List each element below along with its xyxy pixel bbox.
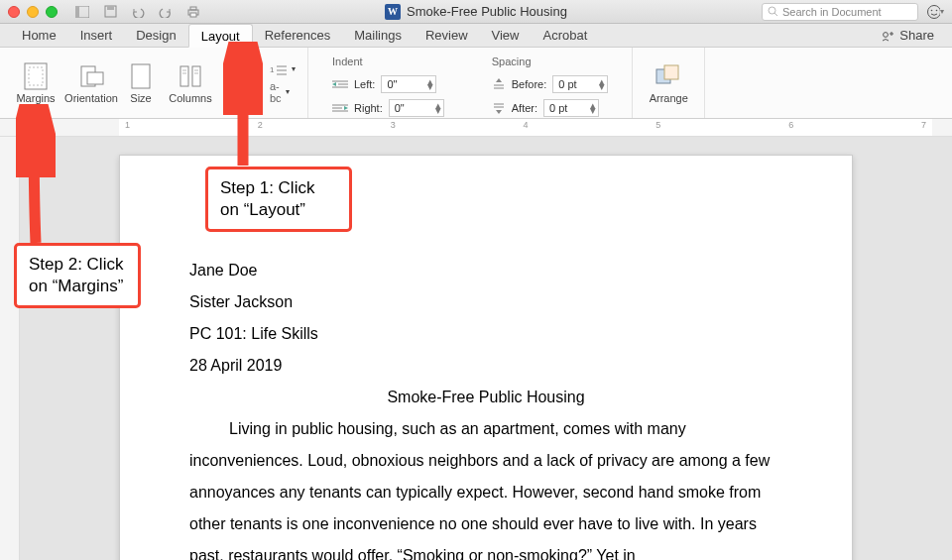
columns-button[interactable]: Columns — [163, 52, 218, 114]
svg-rect-19 — [192, 66, 200, 86]
indent-group-label: Indent — [332, 56, 444, 69]
columns-icon — [177, 62, 204, 90]
svg-point-11 — [936, 9, 938, 11]
svg-rect-6 — [190, 13, 196, 17]
arrange-button[interactable]: Arrange — [641, 52, 696, 114]
undo-button[interactable] — [127, 3, 149, 21]
columns-label: Columns — [169, 92, 211, 104]
stepper-icon: ▴▾ — [590, 103, 596, 113]
spacing-before-label: Before: — [512, 78, 546, 90]
size-button[interactable]: Size — [119, 52, 163, 114]
doc-author: Jane Doe — [189, 255, 782, 286]
stepper-icon: ▴▾ — [599, 79, 605, 89]
spacing-before-input[interactable]: 0 pt▴▾ — [552, 75, 608, 93]
size-icon — [127, 62, 155, 90]
svg-rect-5 — [190, 7, 196, 10]
orientation-button[interactable]: Orientation — [63, 52, 119, 114]
svg-rect-13 — [25, 63, 47, 89]
svg-point-9 — [928, 5, 941, 18]
tab-design[interactable]: Design — [124, 24, 187, 47]
svg-rect-17 — [132, 64, 150, 88]
tab-acrobat[interactable]: Acrobat — [531, 24, 599, 47]
orientation-icon — [77, 62, 105, 90]
annotation-step2: Step 2: Click on “Margins” — [14, 243, 141, 308]
spacing-after-icon — [492, 102, 506, 114]
svg-point-10 — [931, 9, 933, 11]
svg-rect-41 — [664, 65, 678, 79]
margins-icon — [22, 62, 50, 90]
paragraph-group: Indent Left: 0"▴▾ Right: 0"▴▾ Spacing Be… — [308, 48, 633, 118]
save-button[interactable] — [99, 3, 121, 21]
svg-line-8 — [774, 13, 777, 16]
search-placeholder: Search in Document — [782, 6, 882, 18]
indent-right-input[interactable]: 0"▴▾ — [389, 99, 444, 117]
quick-access-toolbar — [71, 3, 204, 21]
spacing-group-label: Spacing — [492, 56, 608, 69]
tab-view[interactable]: View — [480, 24, 532, 47]
share-label: Share — [899, 28, 934, 43]
tab-home[interactable]: Home — [10, 24, 68, 47]
zoom-window-button[interactable] — [46, 6, 58, 18]
document-canvas[interactable]: Jane Doe Sister Jackson PC 101: Life Ski… — [0, 137, 952, 560]
spacing-before-icon — [492, 78, 506, 90]
tab-review[interactable]: Review — [414, 24, 480, 47]
orientation-label: Orientation — [64, 92, 118, 104]
svg-rect-16 — [87, 72, 103, 84]
indent-right-icon — [332, 103, 348, 113]
stepper-icon: ▴▾ — [427, 79, 433, 89]
print-button[interactable] — [182, 3, 204, 21]
svg-rect-18 — [180, 66, 188, 86]
indent-left-icon — [332, 79, 348, 89]
doc-body: Living in public housing, such as an apa… — [189, 413, 782, 560]
tab-references[interactable]: References — [253, 24, 342, 47]
horizontal-ruler[interactable]: 1 2 3 4 5 6 7 — [0, 119, 952, 137]
word-app-icon: W — [385, 4, 401, 20]
document-title: Smoke-Free Public Housing — [407, 4, 567, 19]
annotation-step1: Step 1: Click on “Layout” — [205, 167, 352, 232]
line-numbers-button[interactable]: 1▾ — [270, 62, 296, 76]
doc-date: 28 April 2019 — [189, 350, 782, 382]
spacing-after-label: After: — [512, 102, 537, 114]
size-label: Size — [130, 92, 151, 104]
arrange-icon — [654, 62, 682, 90]
spacing-after-input[interactable]: 0 pt▴▾ — [543, 99, 599, 117]
annotation-arrow-step2 — [16, 104, 56, 248]
annotation-arrow-step1 — [223, 42, 263, 170]
feedback-button[interactable]: ▾ — [926, 3, 944, 21]
doc-title: Smoke-Free Public Housing — [189, 382, 782, 413]
tab-insert[interactable]: Insert — [68, 24, 125, 47]
svg-point-7 — [769, 7, 775, 14]
margins-label: Margins — [16, 92, 55, 104]
svg-point-12 — [884, 32, 889, 37]
svg-rect-3 — [107, 6, 114, 10]
titlebar: W Smoke-Free Public Housing Search in Do… — [0, 0, 952, 24]
svg-text:1: 1 — [270, 65, 275, 74]
ribbon: Margins Orientation Size Columns Breaks … — [0, 48, 952, 119]
svg-rect-1 — [75, 6, 79, 18]
share-icon — [881, 30, 894, 42]
hyphenation-button[interactable]: a-bc▾ — [270, 80, 296, 104]
toggle-sidebar-button[interactable] — [71, 3, 93, 21]
ribbon-tabs: Home Insert Design Layout References Mai… — [0, 24, 952, 48]
window-controls — [8, 6, 58, 18]
indent-right-label: Right: — [354, 102, 383, 114]
tab-mailings[interactable]: Mailings — [342, 24, 414, 47]
doc-instructor: Sister Jackson — [189, 286, 782, 318]
indent-left-label: Left: — [354, 78, 375, 90]
doc-course: PC 101: Life Skills — [189, 318, 782, 350]
arrange-label: Arrange — [650, 92, 688, 104]
indent-left-input[interactable]: 0"▴▾ — [381, 75, 436, 93]
search-icon — [768, 6, 778, 17]
arrange-group: Arrange — [633, 48, 705, 118]
close-window-button[interactable] — [8, 6, 20, 18]
stepper-icon: ▴▾ — [435, 103, 441, 113]
redo-button[interactable] — [155, 3, 177, 21]
share-button[interactable]: Share — [873, 24, 942, 47]
minimize-window-button[interactable] — [27, 6, 39, 18]
search-input[interactable]: Search in Document — [762, 3, 918, 21]
